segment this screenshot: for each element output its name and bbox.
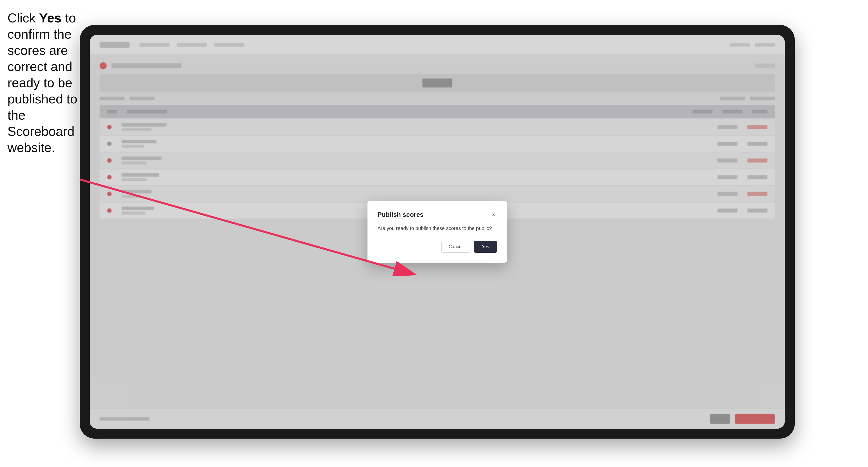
modal-overlay: Publish scores × Are you ready to publis… — [90, 35, 785, 429]
instruction-suffix: to confirm the scores are correct and re… — [7, 11, 77, 155]
modal-title: Publish scores — [377, 211, 424, 219]
instruction-bold: Yes — [39, 11, 62, 25]
yes-button[interactable]: Yes — [474, 241, 497, 253]
modal-footer: Cancel Yes — [377, 241, 497, 253]
instruction-prefix: Click — [7, 11, 39, 25]
modal-close-button[interactable]: × — [490, 211, 497, 218]
instruction-text: Click Yes to confirm the scores are corr… — [7, 10, 80, 156]
modal-header: Publish scores × — [377, 211, 497, 219]
cancel-button[interactable]: Cancel — [441, 241, 470, 253]
tablet-device: Publish scores × Are you ready to publis… — [80, 25, 795, 439]
tablet-screen: Publish scores × Are you ready to publis… — [90, 35, 785, 429]
publish-scores-modal: Publish scores × Are you ready to publis… — [368, 201, 507, 263]
modal-body-text: Are you ready to publish these scores to… — [377, 224, 497, 232]
